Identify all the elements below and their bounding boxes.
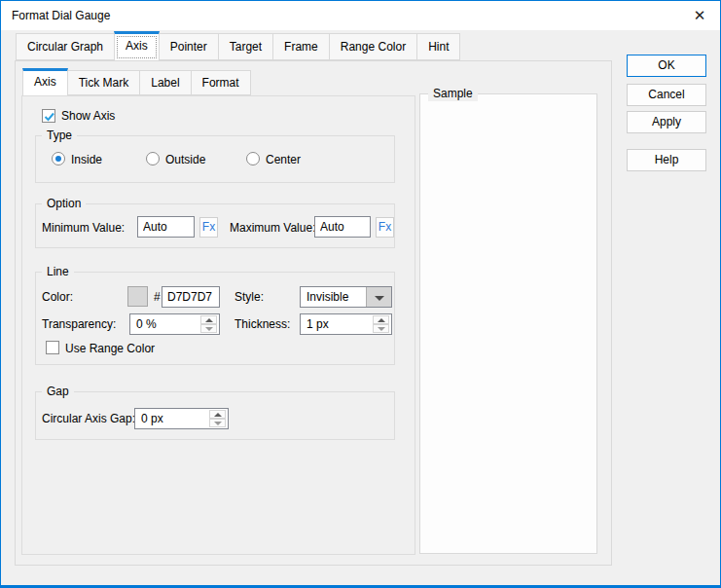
style-dropdown[interactable]: Invisible [300,286,392,308]
gap-group: Gap Circular Axis Gap: 0 px [35,391,395,440]
close-icon[interactable]: ✕ [688,5,711,26]
color-swatch[interactable] [127,286,148,307]
maximum-value-label: Maximum Value: [230,221,315,235]
hash-symbol: # [154,290,161,304]
gap-group-legend: Gap [42,385,74,399]
style-dropdown-value: Invisible [306,290,348,304]
type-group: Type Inside Outside Center [35,135,395,183]
spinner-down-icon[interactable] [373,324,389,333]
option-group-legend: Option [42,197,86,211]
ok-button[interactable]: OK [627,55,706,77]
spinner-up-icon[interactable] [373,315,389,324]
title-bar: Format Dial Gauge ✕ [1,1,720,30]
circular-axis-gap-label: Circular Axis Gap: [42,412,135,425]
minimum-fx-button[interactable]: Fx [199,217,218,238]
tab-pointer[interactable]: Pointer [159,33,219,60]
spinner-down-icon[interactable] [200,324,217,333]
tab-frame[interactable]: Frame [272,33,330,60]
subtab-tick-mark[interactable]: Tick Mark [67,70,141,95]
chevron-down-icon[interactable] [366,287,391,307]
radio-inside-label: Inside [71,153,102,166]
cancel-button[interactable]: Cancel [627,84,706,106]
show-axis-label: Show Axis [61,109,115,123]
minimum-value-input[interactable] [137,216,195,238]
line-group: Line Color: # Style: Invisible Transpare… [35,272,395,365]
sample-preview: Sample [419,93,597,554]
subtab-label[interactable]: Label [139,70,191,95]
thickness-label: Thickness: [234,317,290,331]
show-axis-checkbox[interactable] [42,109,55,123]
tab-range-color[interactable]: Range Color [329,33,417,60]
radio-outside[interactable] [146,152,160,165]
color-hex-input[interactable] [162,286,220,308]
radio-center[interactable] [246,152,260,165]
style-label: Style: [234,290,264,304]
tab-target[interactable]: Target [218,33,273,60]
format-dial-gauge-dialog: Format Dial Gauge ✕ Circular Graph Axis … [0,0,721,588]
help-button[interactable]: Help [627,149,706,171]
thickness-stepper[interactable]: 1 px [300,313,392,335]
subtab-format[interactable]: Format [191,70,251,95]
color-label: Color: [42,290,73,304]
tab-circular-graph[interactable]: Circular Graph [16,33,115,60]
axis-subtab-page: Show Axis Type Inside Outside Center Opt… [21,95,415,555]
sample-legend: Sample [428,87,478,101]
stepper-buttons [209,410,226,427]
type-group-legend: Type [42,129,77,143]
outer-tab-bar: Circular Graph Axis Pointer Target Frame… [16,31,460,60]
subtab-axis[interactable]: Axis [22,68,68,96]
transparency-value: 0 % [136,317,157,331]
radio-center-label: Center [266,153,301,166]
use-range-color-checkbox[interactable] [46,341,59,354]
thickness-value: 1 px [306,317,329,331]
maximum-value-input[interactable] [314,216,371,238]
radio-dot [55,156,61,162]
radio-outside-label: Outside [165,153,205,166]
tab-hint[interactable]: Hint [416,33,460,60]
circular-axis-gap-value: 0 px [141,412,163,425]
circular-axis-gap-stepper[interactable]: 0 px [134,408,229,429]
spinner-up-icon[interactable] [200,315,217,324]
apply-button[interactable]: Apply [627,111,706,133]
spinner-up-icon[interactable] [209,410,226,419]
stepper-buttons [373,315,389,333]
option-group: Option Minimum Value: Fx Maximum Value: … [35,203,395,248]
radio-inside[interactable] [52,152,65,165]
maximum-fx-button[interactable]: Fx [376,217,394,238]
line-group-legend: Line [42,265,74,279]
transparency-stepper[interactable]: 0 % [129,313,220,335]
minimum-value-label: Minimum Value: [42,221,125,235]
transparency-label: Transparency: [42,317,116,331]
use-range-color-label: Use Range Color [65,342,155,355]
window-title: Format Dial Gauge [12,9,110,22]
tab-axis-label: Axis [126,39,148,53]
stepper-buttons [200,315,217,333]
inner-tab-bar: Axis Tick Mark Label Format [22,68,251,95]
spinner-down-icon[interactable] [209,419,226,427]
checkmark-icon [43,110,56,124]
tab-axis[interactable]: Axis [114,31,160,61]
